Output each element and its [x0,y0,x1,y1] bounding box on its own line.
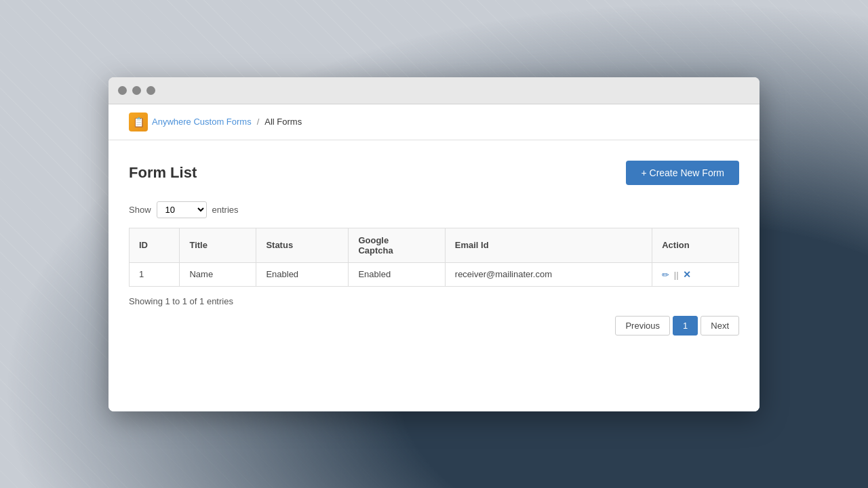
main-content: Form List + Create New Form Show 10 25 5… [108,140,760,411]
page-title: Form List [129,164,197,182]
titlebar-dot-1 [118,86,127,95]
col-header-action: Action [652,228,739,262]
col-header-status: Status [256,228,349,262]
app-window: 📋 Anywhere Custom Forms / All Forms Form… [108,77,760,411]
page-header: Form List + Create New Form [129,161,739,185]
entries-label: entries [212,205,239,215]
col-header-google-captcha: GoogleCaptcha [349,228,445,262]
plugin-icon-glyph: 📋 [133,117,144,127]
cell-status: Enabled [256,262,349,286]
cell-action: ✏ || ✕ [652,262,739,286]
forms-table: ID Title Status GoogleCaptcha Email Id A… [129,228,739,287]
edit-button[interactable]: ✏ [662,270,669,280]
table-row: 1 Name Enabled Enabled receiver@mailinat… [130,262,739,286]
cell-id: 1 [130,262,180,286]
next-button[interactable]: Next [701,316,739,336]
show-label: Show [129,205,151,215]
page-1-button[interactable]: 1 [673,316,698,336]
breadcrumb-bar: 📋 Anywhere Custom Forms / All Forms [108,104,760,140]
delete-button[interactable]: ✕ [683,269,691,280]
breadcrumb-plugin-link[interactable]: Anywhere Custom Forms [152,117,252,127]
cell-title: Name [180,262,256,286]
breadcrumb-current: All Forms [264,117,302,127]
show-entries-control: Show 10 25 50 100 entries [129,201,739,218]
titlebar-dot-2 [132,86,141,95]
plugin-icon: 📋 [129,113,148,131]
col-header-title: Title [180,228,256,262]
entries-select[interactable]: 10 25 50 100 [157,201,207,218]
titlebar-dot-3 [146,86,155,95]
breadcrumb-separator: / [257,117,260,127]
col-header-email-id: Email Id [445,228,652,262]
table-header-row: ID Title Status GoogleCaptcha Email Id A… [130,228,739,262]
create-new-form-button[interactable]: + Create New Form [626,161,739,185]
cell-google-captcha: Enabled [349,262,445,286]
action-separator: || [674,270,679,280]
pagination: Previous 1 Next [129,316,739,336]
cell-email-id: receiver@mailinater.com [445,262,652,286]
titlebar [108,77,760,104]
previous-button[interactable]: Previous [615,316,670,336]
showing-info: Showing 1 to 1 of 1 entries [129,296,739,306]
col-header-id: ID [130,228,180,262]
